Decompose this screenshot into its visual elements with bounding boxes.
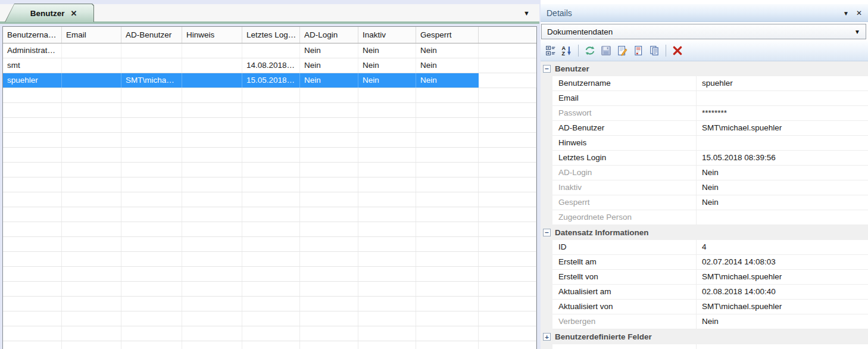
column-header-1[interactable]: Benutzerna… — [3, 27, 62, 43]
property-row[interactable]: Hinweis — [541, 136, 868, 151]
empty-cell — [182, 282, 242, 296]
property-row[interactable]: AD-BenutzerSMT\michael.spuehler — [541, 121, 868, 136]
tab-benutzer[interactable]: Benutzer ✕ — [5, 4, 94, 22]
empty-cell — [182, 326, 242, 341]
property-value[interactable]: 15.05.2018 08:39:56 — [697, 151, 868, 166]
expand-icon[interactable]: + — [543, 333, 551, 341]
property-value[interactable]: 02.07.2014 14:08:03 — [697, 255, 868, 270]
column-header-4[interactable]: Hinweis — [182, 27, 242, 43]
table-row[interactable]: Administrat…NeinNeinNein — [3, 43, 536, 58]
empty-cell — [3, 222, 62, 236]
property-value[interactable]: Nein — [697, 166, 868, 180]
property-value[interactable]: 02.08.2018 14:00:40 — [697, 285, 868, 300]
property-label: Verbergen — [552, 314, 697, 329]
delete-icon[interactable] — [672, 45, 683, 57]
empty-row — [3, 267, 536, 282]
property-value[interactable] — [697, 91, 868, 106]
save-icon[interactable] — [600, 45, 612, 57]
copy-icon[interactable] — [648, 45, 660, 57]
empty-cell — [300, 252, 358, 266]
column-header-9[interactable] — [479, 27, 536, 43]
property-row[interactable]: Letztes Login15.05.2018 08:39:56 — [541, 151, 868, 166]
empty-cell — [3, 267, 62, 281]
row-gutter — [541, 91, 552, 106]
cell: Nein — [416, 73, 479, 88]
property-row[interactable]: Benutzernamespuehler — [541, 76, 868, 91]
refresh-icon[interactable] — [584, 45, 596, 57]
column-header-7[interactable]: Inaktiv — [358, 27, 416, 43]
empty-cell — [242, 103, 300, 117]
collapse-icon[interactable]: − — [543, 229, 551, 236]
property-value[interactable]: SMT\michael.spuehler — [697, 270, 868, 285]
empty-cell — [121, 222, 182, 236]
column-header-3[interactable]: AD-Benutzer — [121, 27, 182, 43]
dropdown-selected-value: Dokumentendaten — [547, 27, 854, 36]
toolbar-separator — [666, 45, 666, 57]
tab-overflow-arrow-icon[interactable]: ▼ — [523, 10, 530, 17]
edit-icon[interactable] — [616, 45, 628, 57]
cell — [479, 58, 536, 73]
column-header-6[interactable]: AD-Login — [300, 27, 358, 43]
empty-cell — [358, 148, 416, 162]
empty-cell — [416, 267, 479, 281]
property-value[interactable] — [697, 210, 868, 225]
property-value[interactable]: Nein — [697, 314, 868, 329]
empty-cell — [62, 267, 121, 281]
column-header-2[interactable]: Email — [62, 27, 121, 43]
tab-strip: Benutzer ✕ ▼ — [0, 4, 539, 24]
property-row[interactable]: Erstellt vonSMT\michael.spuehler — [541, 270, 868, 285]
empty-cell — [121, 341, 182, 349]
property-value[interactable]: Nein — [697, 195, 868, 210]
property-row[interactable]: Aktualisiert am02.08.2018 14:00:40 — [541, 285, 868, 300]
section-header-datensatz-informationen[interactable]: −Datensatz Informationen — [541, 225, 868, 240]
property-row[interactable]: GesperrtNein — [541, 195, 868, 210]
panel-menu-icon[interactable]: ▼ — [843, 10, 849, 17]
section-label: Datensatz Informationen — [555, 228, 649, 237]
property-row[interactable]: VerbergenNein — [541, 314, 868, 329]
collapse-icon[interactable]: − — [543, 65, 551, 73]
column-header-8[interactable]: Gesperrt — [416, 27, 479, 43]
empty-cell — [121, 207, 182, 222]
property-row[interactable]: Erstellt am02.07.2014 14:08:03 — [541, 255, 868, 270]
property-value[interactable]: spuehler — [697, 76, 868, 91]
cell — [479, 73, 536, 88]
empty-cell — [242, 222, 300, 236]
empty-cell — [479, 103, 536, 117]
empty-row — [3, 252, 536, 267]
property-row[interactable]: Passwort******** — [541, 106, 868, 121]
property-row[interactable]: Aktualisiert vonSMT\michael.spuehler — [541, 300, 868, 314]
property-value[interactable]: SMT\michael.spuehler — [697, 300, 868, 314]
empty-row — [3, 192, 536, 207]
categorized-icon[interactable] — [545, 45, 557, 57]
property-row[interactable]: Zugeordnete Person — [541, 210, 868, 225]
panel-close-icon[interactable]: ✕ — [856, 10, 862, 17]
property-value[interactable]: ******** — [697, 106, 868, 121]
row-gutter — [541, 285, 552, 300]
details-view-dropdown[interactable]: Dokumentendaten ▼ — [541, 24, 866, 39]
section-header-benutzerdefinierte-felder[interactable]: +Benutzerdefinierte Felder — [541, 329, 868, 344]
tab-close-icon[interactable]: ✕ — [70, 10, 77, 17]
property-row[interactable]: AD-LoginNein — [541, 166, 868, 180]
table-row[interactable]: spuehlerSMT\micha…15.05.2018…NeinNeinNei… — [3, 73, 536, 88]
property-value[interactable]: 4 — [697, 240, 868, 255]
property-value[interactable]: Nein — [697, 180, 868, 195]
property-value[interactable] — [697, 136, 868, 151]
cell — [62, 73, 121, 88]
table-row[interactable]: smt14.08.2018…NeinNeinNein — [3, 58, 536, 73]
empty-cell — [300, 267, 358, 281]
empty-cell — [479, 148, 536, 162]
empty-cell — [242, 192, 300, 207]
empty-cell — [479, 341, 536, 349]
property-row[interactable]: ID4 — [541, 240, 868, 255]
report-icon[interactable] — [632, 45, 644, 57]
section-header-benutzer[interactable]: −Benutzer — [541, 61, 868, 76]
property-value[interactable]: SMT\michael.spuehler — [697, 121, 868, 136]
empty-cell — [62, 148, 121, 162]
sort-alphabetical-icon[interactable]: A Z — [561, 45, 573, 57]
cell: Nein — [358, 73, 416, 88]
column-header-5[interactable]: Letztes Log… — [242, 27, 300, 43]
property-row[interactable]: InaktivNein — [541, 180, 868, 195]
empty-cell — [479, 88, 536, 102]
row-gutter — [541, 255, 552, 270]
property-row[interactable]: Email — [541, 91, 868, 106]
